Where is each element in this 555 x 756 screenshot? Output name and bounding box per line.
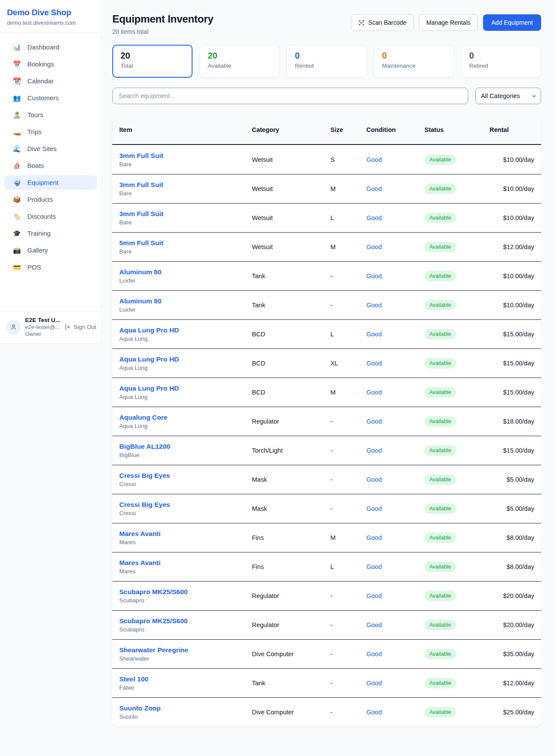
item-condition-link[interactable]: Good	[366, 243, 424, 250]
item-name-link[interactable]: BigBlue AL1200	[119, 443, 252, 450]
brand-name[interactable]: Demo Dive Shop	[7, 8, 95, 17]
item-condition-link[interactable]: Good	[366, 680, 424, 687]
item-condition-link[interactable]: Good	[366, 185, 424, 192]
column-header-size[interactable]: Size	[330, 126, 366, 133]
table-row[interactable]: Cressi Big Eyes Cressi Mask - Good Avail…	[112, 494, 541, 523]
item-name-link[interactable]: Mares Avanti	[119, 559, 252, 567]
table-row[interactable]: Aqua Lung Pro HD Aqua Lung BCD L Good Av…	[112, 319, 541, 348]
item-name-link[interactable]: Mares Avanti	[119, 530, 252, 538]
sidebar-item-products[interactable]: 📦 Products	[4, 192, 97, 207]
sidebar-item-customers[interactable]: 👥 Customers	[4, 91, 97, 105]
table-row[interactable]: Aluminum 80 Luxfer Tank - Good Available…	[112, 261, 541, 290]
table-row[interactable]: Aqua Lung Pro HD Aqua Lung BCD M Good Av…	[112, 378, 541, 407]
sidebar-item-dive-sites[interactable]: 🌊 Dive Sites	[4, 141, 97, 156]
table-row[interactable]: Aluminum 80 Luxfer Tank - Good Available…	[112, 290, 541, 319]
sign-out-button[interactable]: Sign Out	[64, 324, 96, 330]
column-header-rental[interactable]: Rental	[490, 126, 541, 133]
stat-card-retired[interactable]: 0 Retired	[461, 45, 541, 78]
sidebar-item-trips[interactable]: 🚤 Trips	[4, 125, 97, 139]
table-row[interactable]: Scubapro MK25/S600 Scubapro Regulator - …	[112, 610, 541, 639]
item-condition-link[interactable]: Good	[366, 156, 424, 163]
item-name-link[interactable]: Steel 100	[119, 675, 252, 683]
item-category: BCD	[252, 360, 330, 367]
item-name-link[interactable]: Aqua Lung Pro HD	[119, 385, 252, 392]
table-row[interactable]: 5mm Full Suit Bare Wetsuit M Good Availa…	[112, 232, 541, 261]
item-condition-link[interactable]: Good	[366, 447, 424, 454]
item-condition-link[interactable]: Good	[366, 418, 424, 425]
item-cell: Mares Avanti Mares	[112, 559, 252, 575]
manage-rentals-button[interactable]: Manage Rentals	[419, 14, 478, 31]
item-condition-link[interactable]: Good	[366, 214, 424, 221]
table-row[interactable]: Aqualung Core Aqua Lung Regulator - Good…	[112, 407, 541, 436]
item-condition-link[interactable]: Good	[366, 273, 424, 279]
table-row[interactable]: 3mm Full Suit Bare Wetsuit S Good Availa…	[112, 145, 541, 174]
item-condition-link[interactable]: Good	[366, 505, 424, 512]
table-row[interactable]: Aqua Lung Pro HD Aqua Lung BCD XL Good A…	[112, 348, 541, 378]
search-input[interactable]	[112, 88, 468, 104]
sidebar-item-calendar[interactable]: 📆 Calendar	[4, 74, 97, 88]
table-row[interactable]: Cressi Big Eyes Cressi Mask - Good Avail…	[112, 465, 541, 494]
item-condition-link[interactable]: Good	[366, 476, 424, 483]
table-row[interactable]: BigBlue AL1200 BigBlue Torch/Light - Goo…	[112, 436, 541, 465]
sidebar-item-discounts[interactable]: 🏷️ Discounts	[4, 209, 97, 224]
item-name-link[interactable]: Aluminum 80	[119, 268, 252, 276]
stat-value: 0	[382, 51, 446, 61]
item-name-link[interactable]: Aluminum 80	[119, 297, 252, 305]
add-equipment-button[interactable]: Add Equipment	[483, 14, 541, 31]
sidebar-item-boats[interactable]: ⛵ Boats	[4, 158, 97, 173]
column-header-item[interactable]: Item	[112, 126, 252, 133]
sidebar-item-pos[interactable]: 💳 POS	[4, 260, 97, 274]
item-name-link[interactable]: Aqua Lung Pro HD	[119, 355, 252, 363]
table-row[interactable]: Suunto Zoop Suunto Dive Computer - Good …	[112, 697, 541, 726]
item-name-link[interactable]: 3mm Full Suit	[119, 210, 252, 218]
item-condition-link[interactable]: Good	[366, 621, 424, 628]
tours-icon: 🏝️	[12, 112, 22, 118]
item-name-link[interactable]: Suunto Zoop	[119, 704, 252, 712]
item-name-link[interactable]: Scubapro MK25/S600	[119, 588, 252, 596]
sidebar-item-tours[interactable]: 🏝️ Tours	[4, 108, 97, 122]
sidebar-item-bookings[interactable]: 📅 Bookings	[4, 57, 97, 71]
item-name-link[interactable]: 5mm Full Suit	[119, 239, 252, 247]
item-condition-link[interactable]: Good	[366, 331, 424, 338]
item-condition-link[interactable]: Good	[366, 389, 424, 396]
item-name-link[interactable]: Aqua Lung Pro HD	[119, 326, 252, 334]
table-row[interactable]: Shearwater Peregrine Shearwater Dive Com…	[112, 639, 541, 668]
item-size: -	[330, 680, 366, 687]
table-row[interactable]: Mares Avanti Mares Fins L Good Available…	[112, 552, 541, 581]
table-row[interactable]: Scubapro MK25/S600 Scubapro Regulator - …	[112, 581, 541, 610]
item-name-link[interactable]: Shearwater Peregrine	[119, 646, 252, 654]
item-condition-link[interactable]: Good	[366, 302, 424, 309]
item-condition-link[interactable]: Good	[366, 709, 424, 716]
stat-card-rented[interactable]: 0 Rented	[287, 45, 367, 78]
column-header-condition[interactable]: Condition	[366, 126, 424, 133]
sidebar-item-training[interactable]: 🎓 Training	[4, 226, 97, 240]
scan-barcode-button[interactable]: Scan Barcode	[351, 14, 414, 31]
category-select[interactable]: All Categories	[475, 88, 541, 104]
item-condition-link[interactable]: Good	[366, 592, 424, 599]
item-condition-link[interactable]: Good	[366, 563, 424, 570]
item-name-link[interactable]: Scubapro MK25/S600	[119, 617, 252, 625]
item-name-link[interactable]: Cressi Big Eyes	[119, 501, 252, 509]
item-name-link[interactable]: Cressi Big Eyes	[119, 472, 252, 480]
sidebar-item-dashboard[interactable]: 📊 Dashboard	[4, 40, 97, 54]
stat-card-total[interactable]: 20 Total	[112, 45, 193, 78]
table-row[interactable]: 3mm Full Suit Bare Wetsuit M Good Availa…	[112, 174, 541, 203]
item-name-link[interactable]: Aqualung Core	[119, 414, 252, 421]
item-name-link[interactable]: 3mm Full Suit	[119, 181, 252, 189]
stat-card-available[interactable]: 20 Available	[199, 45, 280, 78]
status-badge: Available	[424, 387, 456, 398]
item-condition-link[interactable]: Good	[366, 360, 424, 367]
sidebar-item-equipment[interactable]: 🤿 Equipment	[4, 175, 97, 190]
stat-card-maintenance[interactable]: 0 Maintenance	[374, 45, 454, 78]
item-size: -	[330, 621, 366, 628]
table-row[interactable]: Steel 100 Faber Tank - Good Available $1…	[112, 668, 541, 697]
item-condition-link[interactable]: Good	[366, 534, 424, 541]
column-header-status[interactable]: Status	[424, 126, 490, 133]
table-row[interactable]: 3mm Full Suit Bare Wetsuit L Good Availa…	[112, 203, 541, 232]
column-header-category[interactable]: Category	[252, 126, 330, 133]
item-name-link[interactable]: 3mm Full Suit	[119, 152, 252, 160]
item-brand: Aqua Lung	[119, 394, 252, 400]
item-condition-link[interactable]: Good	[366, 651, 424, 657]
table-row[interactable]: Mares Avanti Mares Fins M Good Available…	[112, 523, 541, 552]
sidebar-item-gallery[interactable]: 📸 Gallery	[4, 243, 97, 257]
